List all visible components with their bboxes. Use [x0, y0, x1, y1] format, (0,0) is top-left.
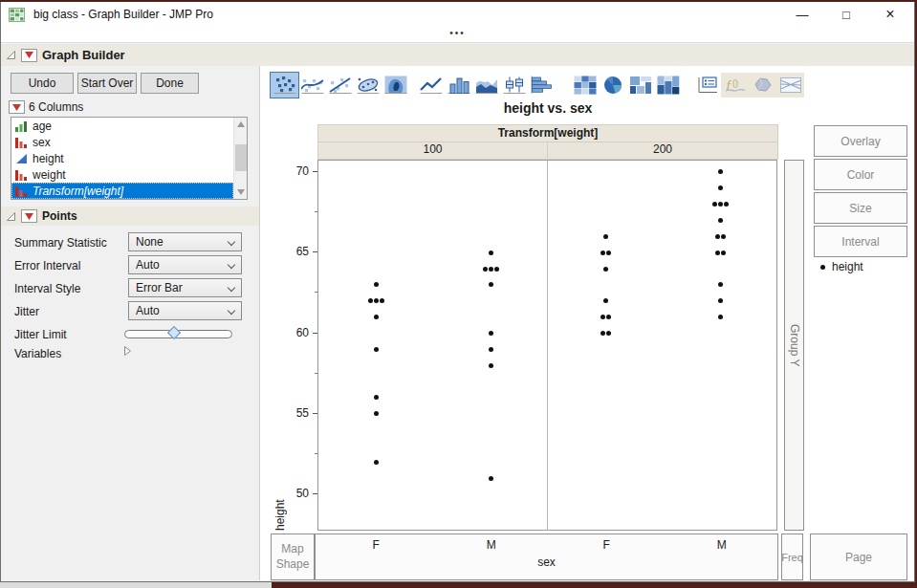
size-drop-zone[interactable]: Size	[814, 192, 907, 224]
data-point[interactable]	[718, 298, 723, 303]
error-interval-dropdown[interactable]: Auto	[128, 255, 242, 274]
interval-drop-zone[interactable]: Interval	[814, 226, 907, 257]
points-red-triangle-button[interactable]	[21, 209, 37, 223]
data-point[interactable]	[606, 250, 611, 255]
data-point[interactable]	[600, 250, 605, 255]
start-over-button[interactable]: Start Over	[77, 73, 137, 94]
data-point[interactable]	[374, 315, 379, 319]
data-point[interactable]	[718, 185, 723, 190]
data-point[interactable]	[721, 250, 726, 255]
column-item[interactable]: age	[11, 118, 233, 134]
mosaic-icon[interactable]	[654, 73, 682, 98]
data-point[interactable]	[374, 282, 379, 287]
line-icon[interactable]	[417, 73, 445, 98]
data-point[interactable]	[603, 267, 608, 272]
y-axis[interactable]: height 5055606570	[260, 160, 317, 531]
data-point[interactable]	[489, 476, 493, 481]
overlay-drop-zone[interactable]: Overlay	[814, 125, 907, 157]
ellipse-icon[interactable]	[354, 73, 382, 98]
scrollbar[interactable]	[233, 118, 247, 199]
heatmap-icon[interactable]	[571, 73, 599, 98]
group-x-band[interactable]: Transform[weight]	[317, 124, 778, 142]
y-axis-title[interactable]: height	[273, 160, 287, 531]
freq-drop-zone[interactable]: Freq	[781, 534, 803, 580]
scroll-up-icon[interactable]	[234, 118, 247, 131]
map-shapes-icon[interactable]	[749, 73, 776, 98]
data-point[interactable]	[715, 234, 720, 239]
jitter-limit-slider[interactable]	[124, 330, 232, 338]
red-triangle-menu-button[interactable]	[21, 49, 37, 62]
column-item[interactable]: sex	[11, 134, 233, 150]
data-point[interactable]	[374, 347, 379, 352]
area-icon[interactable]	[472, 73, 500, 98]
plot-panel[interactable]	[547, 160, 777, 531]
smoother-icon[interactable]	[298, 73, 326, 98]
undo-button[interactable]: Undo	[11, 73, 74, 94]
data-point[interactable]	[374, 460, 379, 465]
data-point[interactable]	[374, 411, 379, 416]
data-point[interactable]	[718, 282, 723, 287]
map-shape-drop-zone[interactable]: Map Shape	[271, 534, 315, 580]
interval-style-dropdown[interactable]: Error Bar	[128, 278, 242, 297]
grab-handle[interactable]: •••	[449, 28, 466, 38]
columns-red-triangle-button[interactable]	[9, 100, 25, 114]
data-point[interactable]	[715, 250, 720, 255]
data-point[interactable]	[606, 331, 611, 336]
data-point[interactable]	[494, 267, 499, 272]
data-point[interactable]	[603, 298, 608, 303]
column-item[interactable]: height	[11, 150, 233, 166]
plot-panel[interactable]	[317, 160, 548, 531]
disclosure-triangle-icon[interactable]	[6, 50, 16, 60]
data-point[interactable]	[712, 202, 717, 207]
data-point[interactable]	[600, 331, 605, 336]
data-point[interactable]	[374, 298, 379, 303]
scroll-thumb[interactable]	[235, 144, 247, 171]
data-point[interactable]	[718, 169, 723, 174]
data-point[interactable]	[489, 282, 493, 287]
data-point[interactable]	[603, 234, 608, 239]
data-point[interactable]	[489, 363, 493, 368]
variables-disclosure-icon[interactable]	[123, 345, 132, 359]
group-level-label[interactable]: 100	[317, 142, 548, 160]
data-point[interactable]	[374, 395, 379, 400]
data-point[interactable]	[489, 331, 493, 336]
group-y-drop-zone[interactable]: Group Y	[784, 160, 804, 531]
box-plot-icon[interactable]	[500, 73, 528, 98]
caption-box-icon[interactable]	[693, 73, 721, 98]
slider-thumb[interactable]	[167, 326, 181, 339]
data-point[interactable]	[718, 218, 723, 223]
jitter-dropdown[interactable]: Auto	[128, 301, 242, 320]
histogram-icon[interactable]	[528, 73, 556, 98]
group-level-label[interactable]: 200	[548, 142, 778, 160]
minimize-button[interactable]: —	[780, 2, 824, 27]
disclosure-triangle-icon[interactable]	[6, 211, 16, 222]
page-drop-zone[interactable]: Page	[810, 534, 907, 580]
color-drop-zone[interactable]: Color	[814, 159, 907, 190]
line-of-fit-icon[interactable]	[326, 73, 354, 98]
column-item[interactable]: weight	[11, 166, 233, 183]
done-button[interactable]: Done	[141, 73, 199, 94]
scroll-down-icon[interactable]	[234, 185, 248, 199]
data-point[interactable]	[489, 250, 493, 255]
points-icon[interactable]	[271, 73, 298, 98]
formula-icon[interactable]: ƒ()	[721, 73, 749, 98]
data-point[interactable]	[489, 267, 493, 272]
contour-icon[interactable]	[382, 73, 409, 98]
data-point[interactable]	[489, 347, 493, 352]
data-point[interactable]	[380, 298, 384, 303]
data-point[interactable]	[600, 315, 605, 319]
parallel-plot-icon[interactable]	[776, 73, 804, 98]
data-point[interactable]	[483, 267, 488, 272]
data-point[interactable]	[721, 234, 726, 239]
pie-icon[interactable]	[599, 73, 626, 98]
data-point[interactable]	[718, 315, 723, 319]
x-axis[interactable]: sex FMFM	[315, 534, 778, 580]
summary-statistic-dropdown[interactable]: None	[128, 232, 242, 251]
data-point[interactable]	[368, 298, 373, 303]
bar-icon[interactable]	[445, 73, 472, 98]
data-point[interactable]	[718, 202, 723, 207]
treemap-icon[interactable]	[626, 73, 654, 98]
column-item[interactable]: Transform[weight]	[11, 183, 233, 199]
close-button[interactable]: ×	[868, 2, 912, 27]
data-point[interactable]	[724, 202, 729, 207]
